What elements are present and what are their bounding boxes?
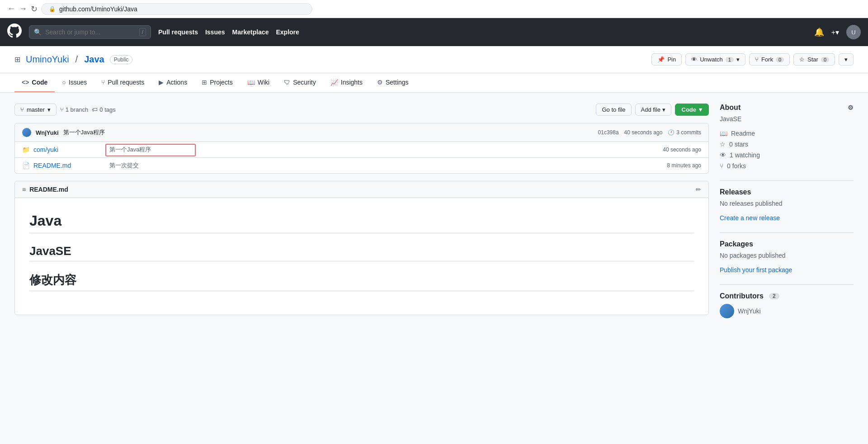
- repo-action-buttons: 📌 Pin 👁 Unwatch 1 ▾ ⑂ Fork 0 ☆ Star 0 ▾: [651, 53, 854, 66]
- star-button[interactable]: ☆ Star 0: [793, 53, 835, 66]
- pr-icon: ⑂: [101, 79, 105, 86]
- wiki-icon: 📖: [247, 79, 255, 86]
- create-release-link[interactable]: Create a new release: [720, 214, 780, 222]
- star-count: 0: [821, 57, 829, 62]
- search-input[interactable]: [45, 28, 136, 36]
- branch-selector[interactable]: ⑂ master ▾: [14, 104, 57, 116]
- search-box[interactable]: 🔍 /: [29, 25, 151, 39]
- stars-item: ☆ 0 stars: [720, 141, 854, 148]
- folder-name-link[interactable]: com/yuki: [33, 146, 106, 153]
- about-description: JavaSE: [720, 115, 854, 123]
- tab-wiki[interactable]: 📖 Wiki: [240, 73, 277, 92]
- code-button[interactable]: Code ▾: [675, 104, 709, 116]
- readme-h2: JavaSE: [29, 244, 694, 261]
- tab-insights[interactable]: 📈 Insights: [323, 73, 370, 92]
- repo-name-link[interactable]: Java: [84, 54, 104, 65]
- code-icon: <>: [22, 79, 29, 86]
- readme-h3: 修改内容: [29, 272, 694, 291]
- unwatch-button[interactable]: 👁 Unwatch 1 ▾: [685, 53, 745, 66]
- notification-icon[interactable]: 🔔: [814, 27, 824, 37]
- contributors-title: Contributors 2: [720, 292, 854, 300]
- sidebar: About ⚙ JavaSE 📖 Readme ☆ 0 stars 👁 1 wa…: [720, 104, 854, 444]
- packages-section: Packages No packages published Publish y…: [720, 240, 854, 274]
- contributor-link[interactable]: WnjYuki: [738, 307, 761, 315]
- branch-dropdown-icon: ▾: [47, 106, 51, 113]
- contributor-avatar: [720, 304, 734, 318]
- readme-filename: README.md: [29, 186, 68, 193]
- repo-nav: <> Code ○ Issues ⑂ Pull requests ▶ Actio…: [0, 73, 868, 93]
- tab-projects[interactable]: ⊞ Projects: [194, 73, 240, 92]
- publish-package-link[interactable]: Publish your first package: [720, 266, 792, 274]
- commit-history-link[interactable]: 🕐 3 commits: [668, 129, 701, 136]
- unwatch-count: 1: [726, 57, 734, 62]
- commit-hash[interactable]: 01c398a: [598, 129, 619, 136]
- actions-icon: ▶: [159, 79, 164, 86]
- sidebar-divider-2: [720, 232, 854, 233]
- packages-title: Packages: [720, 240, 854, 248]
- branches-link[interactable]: ⑂ 1 branch: [60, 106, 89, 113]
- navbar-marketplace[interactable]: Marketplace: [232, 28, 269, 36]
- reload-button[interactable]: ↻: [31, 4, 38, 14]
- tab-security[interactable]: 🛡 Security: [277, 73, 323, 92]
- releases-empty-msg: No releases published: [720, 200, 854, 207]
- folder-time: 40 seconds ago: [663, 146, 701, 153]
- browser-url-bar: ← → ↻ 🔒 github.com/UminoYuki/Java: [0, 0, 868, 18]
- user-avatar[interactable]: U: [846, 25, 861, 39]
- fork-button[interactable]: ⑂ Fork 0: [749, 53, 790, 66]
- lock-icon: 🔒: [49, 6, 56, 12]
- commit-time: 40 seconds ago: [624, 129, 663, 136]
- navbar-pull-requests[interactable]: Pull requests: [158, 28, 198, 36]
- navbar-issues[interactable]: Issues: [205, 28, 225, 36]
- fork-outline-icon: ⑂: [720, 162, 723, 170]
- contributors-count: 2: [769, 293, 779, 299]
- tag-icon: 🏷: [92, 106, 98, 113]
- file-row-folder: 📁 com/yuki 第一个Java程序 40 seconds ago: [15, 142, 708, 158]
- about-settings-icon[interactable]: ⚙: [848, 104, 854, 111]
- readme-commit-msg: 第一次提交: [109, 161, 664, 170]
- add-file-button[interactable]: Add file ▾: [635, 104, 671, 116]
- insights-icon: 📈: [330, 79, 338, 86]
- readme-link-item: 📖 Readme: [720, 130, 854, 137]
- tab-code[interactable]: <> Code: [14, 73, 55, 92]
- folder-icon: 📁: [22, 146, 30, 153]
- book-icon: 📖: [720, 130, 727, 137]
- tags-link[interactable]: 🏷 0 tags: [92, 106, 115, 113]
- commit-author-name[interactable]: WnjYuki: [36, 129, 59, 136]
- readme-edit-button[interactable]: ✏: [696, 186, 701, 193]
- navbar-explore[interactable]: Explore: [276, 28, 299, 36]
- readme-time: 8 minutes ago: [667, 162, 701, 169]
- repo-slash: /: [75, 54, 79, 65]
- readme-header: ≡ README.md ✏: [15, 181, 708, 198]
- star-icon: ☆: [799, 56, 805, 63]
- back-button[interactable]: ←: [7, 4, 15, 14]
- eye-outline-icon: 👁: [720, 151, 726, 159]
- star-dropdown[interactable]: ▾: [839, 53, 854, 66]
- folder-commit-msg: 第一个Java程序: [109, 146, 659, 154]
- branch-icon: ⑂: [20, 106, 24, 113]
- tab-issues[interactable]: ○ Issues: [55, 73, 94, 92]
- go-to-file-button[interactable]: Go to file: [596, 104, 631, 116]
- fork-count: 0: [776, 57, 784, 62]
- repo-owner-link[interactable]: UminoYuki: [26, 54, 69, 65]
- repo-visibility-badge: Public: [110, 55, 133, 64]
- readme-sidebar-link[interactable]: Readme: [731, 130, 755, 137]
- search-icon: 🔍: [34, 28, 42, 36]
- tab-pull-requests[interactable]: ⑂ Pull requests: [94, 73, 151, 92]
- address-bar[interactable]: 🔒 github.com/UminoYuki/Java: [41, 3, 312, 15]
- sidebar-divider-1: [720, 180, 854, 181]
- tab-actions[interactable]: ▶ Actions: [151, 73, 194, 92]
- tab-settings[interactable]: ⚙ Settings: [370, 73, 416, 92]
- sidebar-divider-3: [720, 284, 854, 285]
- readme-list-icon: ≡: [22, 186, 26, 193]
- readme-file-link[interactable]: README.md: [33, 162, 106, 169]
- github-logo[interactable]: [7, 24, 22, 41]
- repo-file-area: ⑂ master ▾ ⑂ 1 branch 🏷 0 tags Go to fil…: [14, 104, 709, 444]
- create-new-button[interactable]: +▾: [831, 28, 839, 37]
- watching-item: 👁 1 watching: [720, 151, 854, 159]
- pin-button[interactable]: 📌 Pin: [651, 53, 682, 66]
- forward-button[interactable]: →: [19, 4, 27, 14]
- pin-icon: 📌: [657, 56, 665, 63]
- readme-h1: Java: [29, 213, 694, 233]
- history-icon: 🕐: [668, 129, 675, 136]
- add-file-dropdown-icon: ▾: [662, 106, 665, 113]
